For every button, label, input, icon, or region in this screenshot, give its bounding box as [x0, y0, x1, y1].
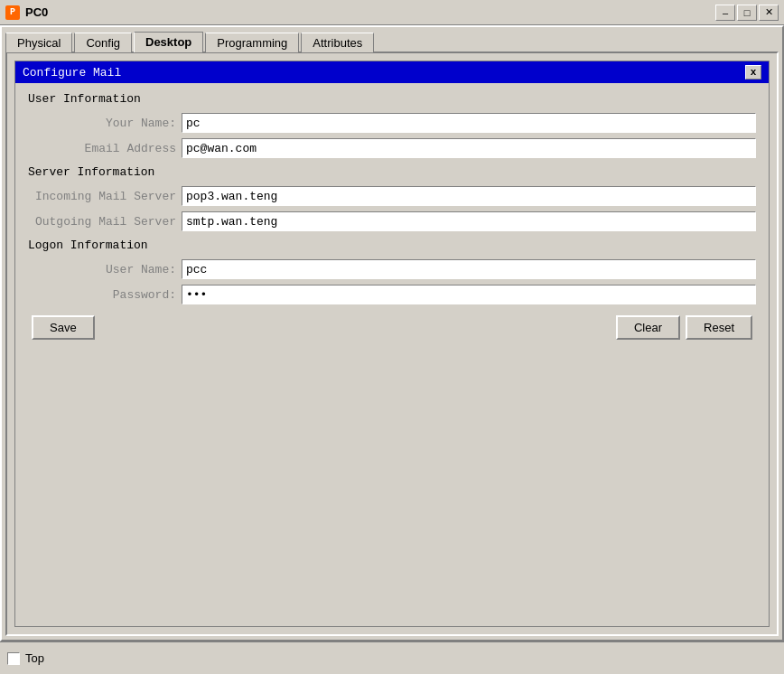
btn-left: Save [32, 315, 95, 340]
configure-mail-panel: Configure Mail x User Information Your N… [14, 61, 770, 627]
user-info-section-label: User Information [28, 92, 756, 106]
top-checkbox[interactable] [7, 652, 20, 665]
save-button[interactable]: Save [32, 315, 95, 340]
minimize-button[interactable]: – [715, 5, 735, 21]
top-checkbox-container[interactable]: Top [7, 651, 44, 665]
btn-right: Clear Reset [616, 315, 752, 340]
close-window-button[interactable]: ✕ [759, 5, 779, 21]
bottom-bar: Top [0, 641, 784, 674]
app-icon: P [5, 5, 20, 20]
email-address-input[interactable] [182, 138, 756, 158]
panel-title: Configure Mail [23, 66, 121, 80]
tab-programming[interactable]: Programming [205, 33, 299, 52]
maximize-button[interactable]: □ [737, 5, 757, 21]
window-title: PC0 [25, 5, 48, 19]
tab-desktop[interactable]: Desktop [134, 32, 203, 52]
email-address-label: Email Address [28, 142, 182, 155]
panel-body: User Information Your Name: Email Addres… [15, 83, 769, 626]
incoming-mail-label: Incoming Mail Server [28, 190, 182, 203]
panel-title-bar: Configure Mail x [15, 61, 769, 83]
outgoing-mail-label: Outgoing Mail Server [28, 215, 182, 229]
logon-username-label: User Name: [28, 263, 182, 276]
your-name-input[interactable] [182, 113, 756, 133]
email-address-row: Email Address [28, 138, 756, 158]
incoming-mail-input[interactable] [182, 186, 756, 206]
logon-username-row: User Name: [28, 259, 756, 279]
tab-physical[interactable]: Physical [5, 33, 72, 52]
outgoing-mail-input[interactable] [182, 211, 756, 231]
your-name-label: Your Name: [28, 117, 182, 130]
password-row: Password: [28, 285, 756, 304]
incoming-mail-row: Incoming Mail Server [28, 186, 756, 206]
clear-button[interactable]: Clear [616, 315, 680, 340]
password-input[interactable] [182, 285, 756, 304]
tab-config[interactable]: Config [74, 33, 132, 52]
password-label: Password: [28, 288, 182, 302]
reset-button[interactable]: Reset [686, 315, 752, 340]
content-area: Configure Mail x User Information Your N… [5, 51, 779, 636]
outgoing-mail-row: Outgoing Mail Server [28, 211, 756, 231]
tab-attributes[interactable]: Attributes [301, 33, 374, 52]
main-window: Physical Config Desktop Programming Attr… [0, 25, 784, 641]
buttons-row: Save Clear Reset [28, 315, 756, 340]
server-info-section-label: Server Information [28, 165, 756, 179]
top-checkbox-label: Top [25, 651, 44, 665]
logon-username-input[interactable] [182, 259, 756, 279]
your-name-row: Your Name: [28, 113, 756, 133]
title-bar: P PC0 – □ ✕ [0, 0, 784, 25]
logon-info-section-label: Logon Information [28, 239, 756, 252]
title-bar-left: P PC0 [5, 5, 48, 20]
tab-bar: Physical Config Desktop Programming Attr… [2, 27, 782, 51]
window-controls: – □ ✕ [715, 5, 779, 21]
panel-close-button[interactable]: x [745, 65, 761, 80]
